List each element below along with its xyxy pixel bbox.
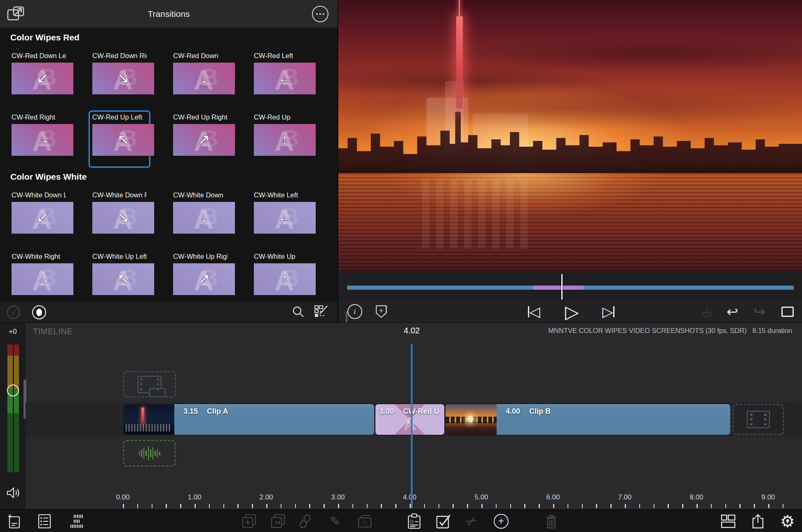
tile-thumbnail: BA↓ [173,202,235,234]
wipe-direction-arrow: ← [278,70,292,86]
tile-thumbnail: BA↗ [173,124,235,156]
timeline-clip-a[interactable]: 3.15Clip A [123,404,374,435]
ruler-tick [711,504,712,508]
undo-icon[interactable]: ↩ [723,301,742,322]
transition-tile-cw-red-up[interactable]: CW-Red UpBA↑ [250,110,312,168]
search-icon[interactable] [292,305,305,319]
ruler-tick [166,504,167,508]
frame-grab-icon[interactable]: ↓× [698,301,716,322]
clip-b-thumbnail [446,404,497,435]
ruler-tick [696,504,698,508]
clip-list-icon[interactable] [38,510,52,532]
transition-tile-cw-red-up-left[interactable]: CW-Red Up LeftBA↖ [89,110,150,168]
tile-label: CW-Red Down Right [92,52,147,60]
settings-help-icon[interactable]: ⚙? [780,510,795,532]
tile-thumbnail: BA↑ [254,263,316,295]
transition-tile-cw-red-down-right[interactable]: CW-Red Down RightBA↘ [89,49,150,106]
ruler-tick [639,504,640,508]
ruler-tick [481,504,483,508]
scissors-split-icon[interactable]: ✂ [466,510,476,532]
ruler-tick [352,504,354,508]
wipe-direction-arrow: ↑ [281,131,288,147]
wipe-direction-arrow: ↓ [201,209,208,225]
tile-thumbnail: BA→ [12,263,73,295]
redo-icon[interactable]: ↪ [750,301,769,322]
trash-icon[interactable] [544,510,558,532]
confirm-check-icon[interactable]: ✓ [7,306,20,319]
transition-tile-cw-white-left[interactable]: CW-White LeftBA← [250,188,312,246]
tile-thumbnail: BA↗ [173,263,235,295]
scrubber-playhead[interactable] [561,274,563,300]
tile-label: CW-Red Left [254,52,308,60]
multi-select-icon[interactable] [435,510,452,532]
speaker-icon[interactable] [6,486,21,500]
record-icon[interactable] [32,305,46,319]
wipe-direction-arrow: ↑ [281,270,288,286]
scrubber-bar[interactable] [347,286,794,290]
audio-tracks-icon[interactable] [68,510,85,532]
svg-text:☆: ☆ [409,518,414,525]
ruler-tick [309,504,310,508]
wipe-direction-arrow: ↘ [117,70,129,86]
link-clips-icon[interactable] [298,510,312,532]
video-preview [338,0,802,271]
transition-tile-cw-red-down[interactable]: CW-Red DownBA↓ [169,49,231,106]
transition-tile-cw-red-up-right[interactable]: CW-Red Up RightBA↗ [169,110,231,168]
fullscreen-icon[interactable] [779,301,796,322]
ruler-tick [395,504,396,508]
wipe-direction-arrow: ↙ [37,209,49,225]
ruler-tick [281,504,282,508]
overlay-track-placeholder[interactable] [123,371,176,397]
ruler-tick [123,504,124,508]
timeline-transition-clip[interactable]: A 1.00CW-Red U ↖ [375,404,444,435]
play-icon[interactable]: ▷ [562,301,582,322]
fit-clip-icon[interactable] [270,510,286,532]
preset-frame-icon[interactable]: ☆ [356,510,373,532]
add-project-icon[interactable] [7,510,21,532]
panel-header: Transitions [0,0,338,28]
ruler-tick [381,504,382,508]
skip-to-end-icon[interactable]: ▷ [598,301,619,322]
transition-tile-cw-white-up[interactable]: CW-White UpBA↑ [250,250,312,301]
transition-tile-cw-white-down-l[interactable]: CW-White Down L...BA↙ [8,188,70,246]
ruler-tick [252,504,253,508]
video-editor-app: Transitions Color Wipes RedCW-Red Down L… [0,0,802,532]
transition-tile-cw-white-down[interactable]: CW-White DownBA↓ [169,188,231,246]
clip-attributes-icon[interactable]: ☆ [406,510,422,532]
timeline-playhead[interactable] [411,344,413,508]
ruler-tick [739,504,741,508]
audio-meter-strip: +0 [0,323,26,509]
transitions-list: Color Wipes RedCW-Red Down LeftBA↙CW-Red… [0,28,338,301]
transition-tile-cw-white-up-right[interactable]: CW-White Up RightBA↗ [169,250,231,301]
ruler-tick [324,504,325,508]
ruler-tick [682,504,683,508]
tile-label: CW-Red Down [173,52,227,60]
add-clip-icon[interactable]: + [494,510,509,532]
transition-tile-cw-white-up-left[interactable]: CW-White Up LeftBA↖ [89,250,150,301]
preview-red-tower [456,16,463,108]
preset-filter-icon[interactable] [314,305,329,319]
tile-thumbnail: BA↓ [173,63,235,94]
pencil-edit-icon[interactable]: ✎ [330,510,340,532]
project-name: MNNTVE COLOR WIPES VIDEO SCREENSHOTS (30… [548,327,746,334]
layout-icon[interactable] [720,510,736,532]
volume-knob[interactable] [7,384,19,396]
preview-water [338,173,802,271]
transition-tile-cw-red-left[interactable]: CW-Red LeftBA← [250,49,312,106]
ruler-label: 5.00 [465,493,498,502]
transition-tile-cw-red-down-left[interactable]: CW-Red Down LeftBA↙ [8,49,70,106]
add-marker-icon[interactable]: + [374,301,389,322]
ruler-tick [195,504,196,508]
transition-tile-cw-white-down-r[interactable]: CW-White Down R...BA↘ [89,188,150,246]
share-export-icon[interactable] [750,510,766,532]
skip-to-start-icon[interactable]: ◁ [524,301,544,322]
panel-title: Transitions [0,9,338,19]
more-options-icon[interactable] [312,6,328,22]
empty-clip-placeholder[interactable] [733,404,784,435]
audio-track-placeholder[interactable] [123,440,176,466]
timeline-clip-b[interactable]: 4.00Clip B [446,404,730,435]
transition-tile-cw-white-right[interactable]: CW-White RightBA→ [8,250,70,301]
transition-tile-cw-red-right[interactable]: CW-Red RightBA→ [8,110,70,168]
insert-overlay-icon[interactable] [241,510,257,532]
ruler-tick [180,504,181,508]
